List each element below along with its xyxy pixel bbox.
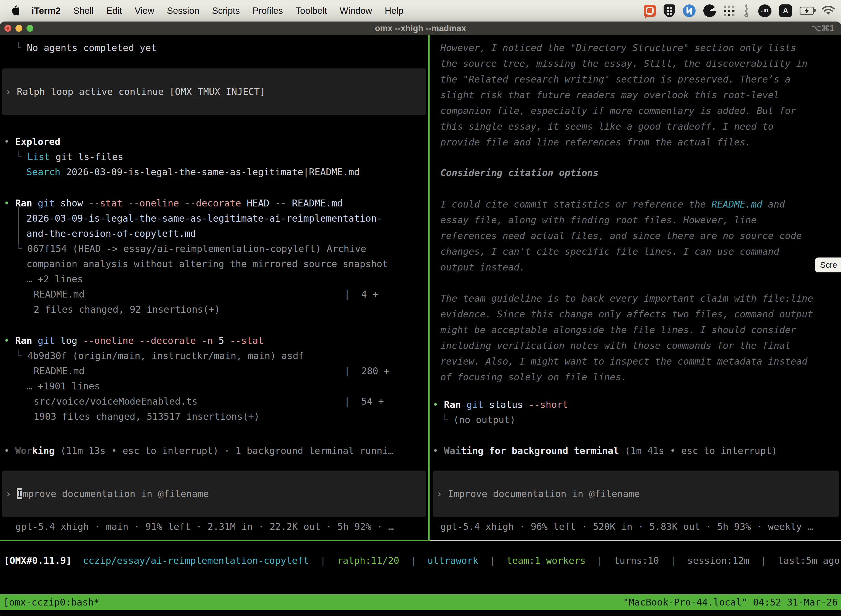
squiggle-icon[interactable] bbox=[742, 4, 750, 18]
truncated-lines-note: … +2 lines bbox=[26, 273, 83, 285]
thinking-line: evidence. Since this change only affects… bbox=[440, 308, 813, 320]
right-pane: However, I noticed the "Directory Struct… bbox=[431, 35, 841, 541]
commit-output-line: └ 067f154 (HEAD -> essay/ai-reimplementa… bbox=[16, 242, 366, 255]
apple-menu-icon[interactable] bbox=[10, 5, 19, 16]
diffstat-summary: 2 files changed, 92 insertions(+) bbox=[34, 303, 220, 316]
diffstat-summary: 1903 files changed, 513517 insertions(+) bbox=[34, 410, 259, 423]
battery-icon[interactable] bbox=[800, 4, 814, 18]
omx-status-bar: [OMX#0.11.9] cczip/essay/ai-reimplementa… bbox=[4, 554, 840, 567]
menu-item-toolbelt[interactable]: Toolbelt bbox=[296, 6, 327, 16]
ran-git-log-command: • Ran git log --oneline --decorate -n 5 … bbox=[4, 334, 264, 347]
menu-item-shell[interactable]: Shell bbox=[73, 6, 94, 16]
thinking-line: However, I noticed the "Directory Struct… bbox=[440, 41, 796, 54]
thinking-line: references need actual files, and since … bbox=[440, 229, 802, 242]
thinking-line: companion file, especially if more comme… bbox=[440, 104, 796, 117]
blue-badge-icon[interactable] bbox=[683, 4, 696, 18]
inject-input-text: › Ralph loop active continue [OMX_TMUX_I… bbox=[6, 86, 265, 97]
thinking-line: provide file and line references from th… bbox=[440, 136, 751, 148]
prompt-input[interactable]: › Improve documentation in @filename bbox=[433, 471, 839, 517]
menu-item-session[interactable]: Session bbox=[167, 6, 199, 16]
ran-git-status-command: • Ran git status --short bbox=[433, 398, 568, 411]
menu-item-profiles[interactable]: Profiles bbox=[252, 6, 283, 16]
iterm2-window: omx --xhigh --madmax ⌥⌘1 └ No agents com… bbox=[0, 22, 841, 616]
menu-item-window[interactable]: Window bbox=[340, 6, 372, 16]
ran-git-show-command: • Ran git show --stat --oneline --decora… bbox=[4, 197, 343, 210]
thinking-line: output instead. bbox=[440, 261, 525, 273]
thinking-line: I could cite commit statistics or refere… bbox=[440, 198, 785, 211]
dots-grid-icon[interactable] bbox=[724, 4, 734, 18]
diffstat-line: README.md | 4 + bbox=[34, 288, 378, 301]
battery-percent-icon[interactable]: ..61 bbox=[758, 4, 771, 18]
agents-note: └ No agents completed yet bbox=[15, 41, 157, 54]
tree-connector-line bbox=[18, 207, 19, 244]
right-pane-border bbox=[429, 540, 841, 541]
thinking-line: essay file, along with finding root file… bbox=[440, 214, 757, 226]
close-button[interactable] bbox=[4, 25, 11, 32]
window-shortcut-badge: ⌥⌘1 bbox=[811, 23, 834, 34]
diffstat-line: README.md | 280 + bbox=[34, 365, 390, 377]
menu-item-edit[interactable]: Edit bbox=[106, 6, 122, 16]
thinking-line: slight risk that future readers may over… bbox=[440, 89, 779, 101]
explored-list-item: └ List git ls-files bbox=[16, 150, 123, 163]
menu-bar: iTerm2 Shell Edit View Session Scripts P… bbox=[0, 0, 841, 22]
no-output-note: └ (no output) bbox=[442, 414, 516, 426]
working-status-line: • Working (11m 13s • esc to interrupt) ·… bbox=[4, 444, 393, 457]
menu-item-help[interactable]: Help bbox=[385, 6, 403, 16]
waiting-status-line: • Waiting for background terminal (1m 41… bbox=[433, 444, 777, 457]
diffstat-line: src/voice/voiceModeEnabled.ts | 54 + bbox=[34, 395, 384, 408]
zoom-button[interactable] bbox=[26, 25, 34, 32]
thinking-line: The team guideline is to back every impo… bbox=[440, 292, 813, 305]
command-arg-wrap-line: and-the-erosion-of-copyleft.md bbox=[26, 227, 196, 240]
thinking-heading: Considering citation options bbox=[440, 166, 598, 179]
commit-output-line: └ 4b9d30f (origin/main, instructkr/main,… bbox=[16, 349, 304, 362]
terminal-area: └ No agents completed yet › Ralph loop a… bbox=[0, 35, 841, 616]
commit-output-line: companion analysis without altering the … bbox=[26, 258, 388, 270]
menu-item-scripts[interactable]: Scripts bbox=[212, 6, 240, 16]
title-bar: omx --xhigh --madmax ⌥⌘1 bbox=[0, 22, 841, 35]
menu-item-iterm2[interactable]: iTerm2 bbox=[31, 6, 61, 16]
recorder-pie-icon[interactable] bbox=[703, 4, 716, 18]
command-arg-wrap-line: 2026-03-09-is-legal-the-same-as-legitima… bbox=[26, 212, 382, 224]
session-status-line: gpt-5.4 xhigh · 96% left · 520K in · 5.8… bbox=[440, 520, 813, 533]
thinking-line: this single essay, it seems like a good … bbox=[440, 120, 774, 133]
thinking-line: might be acceptable alongside the file l… bbox=[440, 323, 796, 336]
thinking-line: the "Related research writing" section i… bbox=[440, 73, 791, 85]
shield-grid-icon[interactable] bbox=[664, 4, 675, 18]
left-pane: └ No agents completed yet › Ralph loop a… bbox=[0, 35, 428, 541]
thinking-line: of focusing solely on file lines. bbox=[440, 371, 627, 383]
input-source-icon[interactable]: A bbox=[779, 4, 792, 18]
tmux-session-window[interactable]: [omx-cczip0:bash* bbox=[3, 597, 99, 608]
wifi-icon[interactable] bbox=[822, 4, 835, 18]
truncated-lines-note: … +1901 lines bbox=[26, 380, 100, 392]
thinking-line: including verification notes with those … bbox=[440, 339, 791, 352]
tmux-host-clock: "MacBook-Pro-44.local" 04:52 31-Mar-26 bbox=[623, 597, 838, 608]
thinking-line: changes, I can't cite specific file line… bbox=[440, 245, 779, 258]
menu-item-view[interactable]: View bbox=[135, 6, 154, 16]
thinking-line: review. Also, I might want to inspect th… bbox=[440, 355, 807, 368]
tmux-status-bar: [omx-cczip0:bash* "MacBook-Pro-44.local"… bbox=[0, 594, 841, 610]
left-pane-border bbox=[0, 540, 429, 541]
thinking-line: the source tree, missing the essay. Stil… bbox=[440, 57, 807, 70]
prompt-input[interactable]: › Improve documentation in @filename bbox=[2, 471, 426, 517]
inject-input-box[interactable]: › Ralph loop active continue [OMX_TMUX_I… bbox=[2, 69, 426, 115]
explored-search-item: Search 2026-03-09-is-legal-the-same-as-l… bbox=[26, 166, 360, 178]
prompt-input-text: › Improve documentation in @filename bbox=[6, 488, 209, 499]
chat-icon[interactable] bbox=[644, 4, 656, 18]
minimize-button[interactable] bbox=[15, 25, 22, 32]
session-status-line: gpt-5.4 xhigh · main · 91% left · 2.31M … bbox=[15, 520, 394, 533]
explored-heading: • Explored bbox=[4, 135, 60, 148]
prompt-input-text: › Improve documentation in @filename bbox=[437, 488, 640, 499]
screen-edge-button[interactable]: Scre bbox=[815, 258, 841, 273]
window-title: omx --xhigh --madmax bbox=[0, 23, 841, 34]
pane-divider[interactable] bbox=[428, 35, 429, 541]
